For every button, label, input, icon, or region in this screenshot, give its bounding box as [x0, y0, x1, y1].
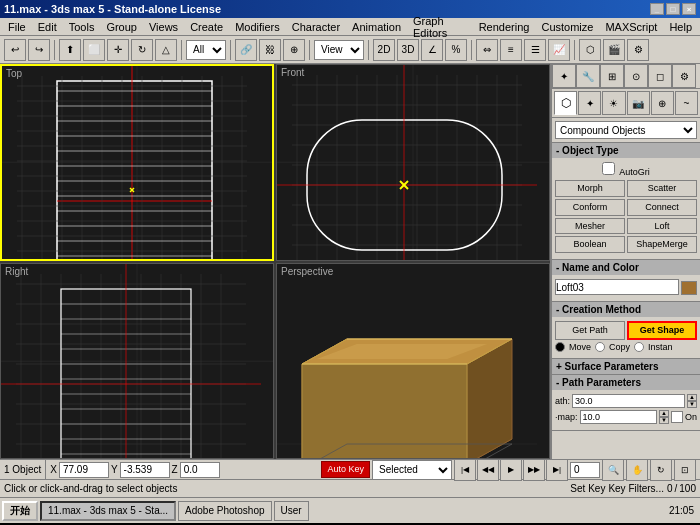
copy-radio[interactable] — [595, 342, 605, 352]
panel-tab-display[interactable]: ◻ — [648, 64, 672, 88]
snap-input[interactable] — [580, 410, 657, 424]
menu-animation[interactable]: Animation — [346, 20, 407, 34]
menu-character[interactable]: Character — [286, 20, 346, 34]
subtab-helpers[interactable]: ⊕ — [651, 91, 674, 115]
menu-help[interactable]: Help — [663, 20, 698, 34]
viewport-front[interactable]: Front — [276, 64, 550, 261]
render-button[interactable]: 🎬 — [603, 39, 625, 61]
menu-views[interactable]: Views — [143, 20, 184, 34]
mirror-button[interactable]: ⇔ — [476, 39, 498, 61]
bind-button[interactable]: ⊕ — [283, 39, 305, 61]
snap-spin-down[interactable]: ▼ — [659, 417, 669, 424]
menu-create[interactable]: Create — [184, 20, 229, 34]
menu-file[interactable]: File — [2, 20, 32, 34]
menu-modifiers[interactable]: Modifiers — [229, 20, 286, 34]
menu-customize[interactable]: Customize — [535, 20, 599, 34]
render-setup-button[interactable]: ⚙ — [627, 39, 649, 61]
start-button[interactable]: 开始 — [2, 501, 38, 521]
compound-dropdown[interactable]: Compound Objects — [555, 121, 697, 139]
color-swatch[interactable] — [681, 281, 697, 295]
viewport-perspective[interactable]: Perspective — [276, 263, 550, 460]
link-button[interactable]: 🔗 — [235, 39, 257, 61]
align-button[interactable]: ≡ — [500, 39, 522, 61]
morph-button[interactable]: Morph — [555, 180, 625, 197]
maximize-button[interactable]: □ — [666, 3, 680, 15]
scatter-button[interactable]: Scatter — [627, 180, 697, 197]
percent-snap-button[interactable]: % — [445, 39, 467, 61]
y-value[interactable] — [120, 462, 170, 478]
path-spinner[interactable]: ▲ ▼ — [687, 394, 697, 408]
get-path-button[interactable]: Get Path — [555, 321, 625, 340]
autokey-button[interactable]: Auto Key — [321, 461, 370, 478]
layer-button[interactable]: ☰ — [524, 39, 546, 61]
mesher-button[interactable]: Mesher — [555, 218, 625, 235]
creation-method-header[interactable]: - Creation Method — [552, 302, 700, 317]
viewport-top[interactable]: Top — [0, 64, 274, 261]
on-checkbox[interactable] — [671, 411, 683, 423]
play-button[interactable]: ▶ — [500, 459, 522, 481]
get-shape-button[interactable]: Get Shape — [627, 321, 697, 340]
maximize-vp-button[interactable]: ⊡ — [674, 459, 696, 481]
path-spin-down[interactable]: ▼ — [687, 401, 697, 408]
taskbar-photoshop[interactable]: Adobe Photoshop — [178, 501, 272, 521]
selected-dropdown[interactable]: Selected — [372, 460, 452, 480]
x-value[interactable] — [59, 462, 109, 478]
taskbar-3dsmax[interactable]: 11.max - 3ds max 5 - Sta... — [40, 501, 176, 521]
menu-edit[interactable]: Edit — [32, 20, 63, 34]
pan-button[interactable]: ✋ — [626, 459, 648, 481]
path-params-header[interactable]: - Path Parameters — [552, 375, 700, 390]
panel-tab-hierarchy[interactable]: ⊞ — [600, 64, 624, 88]
menu-rendering[interactable]: Rendering — [473, 20, 536, 34]
move-button[interactable]: ✛ — [107, 39, 129, 61]
snap-2d-button[interactable]: 2D — [373, 39, 395, 61]
prev-frame-button[interactable]: |◀ — [454, 459, 476, 481]
next-key-button[interactable]: ▶▶ — [523, 459, 545, 481]
panel-tab-utilities[interactable]: ⚙ — [672, 64, 696, 88]
name-field[interactable] — [555, 279, 679, 295]
frame-input[interactable] — [570, 462, 600, 478]
subtab-geometry[interactable]: ⬡ — [554, 91, 577, 115]
title-bar-buttons[interactable]: _ □ × — [650, 3, 696, 15]
orbit-button[interactable]: ↻ — [650, 459, 672, 481]
conform-button[interactable]: Conform — [555, 199, 625, 216]
snap-spin-up[interactable]: ▲ — [659, 410, 669, 417]
panel-tab-motion[interactable]: ⊙ — [624, 64, 648, 88]
zoom-button[interactable]: 🔍 — [602, 459, 624, 481]
minimize-button[interactable]: _ — [650, 3, 664, 15]
boolean-button[interactable]: Boolean — [555, 236, 625, 253]
menu-group[interactable]: Group — [100, 20, 143, 34]
shapemerge-button[interactable]: ShapeMerge — [627, 236, 697, 253]
menu-tools[interactable]: Tools — [63, 20, 101, 34]
unlink-button[interactable]: ⛓ — [259, 39, 281, 61]
graph-button[interactable]: 📈 — [548, 39, 570, 61]
select-region-button[interactable]: ⬜ — [83, 39, 105, 61]
subtab-lights[interactable]: ☀ — [602, 91, 625, 115]
connect-button[interactable]: Connect — [627, 199, 697, 216]
move-radio[interactable] — [555, 342, 565, 352]
loft-button[interactable]: Loft — [627, 218, 697, 235]
surface-params-header[interactable]: + Surface Parameters — [552, 359, 700, 374]
close-button[interactable]: × — [682, 3, 696, 15]
redo-button[interactable]: ↪ — [28, 39, 50, 61]
snap-spinner[interactable]: ▲ ▼ — [659, 410, 669, 424]
subtab-spacewarp[interactable]: ~ — [675, 91, 698, 115]
menu-graph-editors[interactable]: Graph Editors — [407, 14, 473, 40]
scale-button[interactable]: △ — [155, 39, 177, 61]
material-editor-button[interactable]: ⬡ — [579, 39, 601, 61]
object-type-header[interactable]: - Object Type — [552, 143, 700, 158]
rotate-button[interactable]: ↻ — [131, 39, 153, 61]
select-button[interactable]: ⬆ — [59, 39, 81, 61]
view-dropdown[interactable]: View — [314, 40, 364, 60]
select-filter-dropdown[interactable]: All — [186, 40, 226, 60]
name-color-header[interactable]: - Name and Color — [552, 260, 700, 275]
undo-button[interactable]: ↩ — [4, 39, 26, 61]
autogrid-checkbox[interactable] — [602, 162, 615, 175]
menu-maxscript[interactable]: MAXScript — [599, 20, 663, 34]
z-value[interactable] — [180, 462, 220, 478]
subtab-shapes[interactable]: ✦ — [578, 91, 601, 115]
path-spin-up[interactable]: ▲ — [687, 394, 697, 401]
prev-key-button[interactable]: ◀◀ — [477, 459, 499, 481]
snap-3d-button[interactable]: 3D — [397, 39, 419, 61]
subtab-cameras[interactable]: 📷 — [627, 91, 650, 115]
instance-radio[interactable] — [634, 342, 644, 352]
